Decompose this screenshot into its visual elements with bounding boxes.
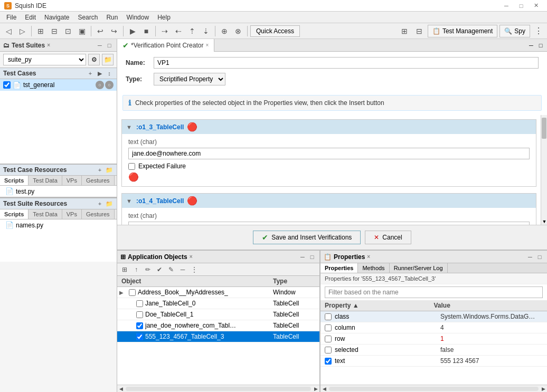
- ao-expand-0[interactable]: ▶: [119, 290, 127, 295]
- props-tab-properties[interactable]: Properties: [320, 263, 358, 273]
- menu-search[interactable]: Search: [73, 13, 102, 22]
- vp-creator-tab[interactable]: ✔ *Verification Point Creator ×: [117, 39, 214, 52]
- toolbar-btn-5[interactable]: ⊡: [62, 25, 74, 37]
- ao-maximize-btn[interactable]: □: [308, 253, 316, 261]
- ao-tb-edit-btn[interactable]: ✎: [166, 265, 176, 274]
- props-hscroll-track[interactable]: [329, 387, 539, 391]
- block2-remove-btn[interactable]: 🔴: [187, 196, 197, 206]
- toolbar-btn-6[interactable]: ▣: [76, 25, 88, 37]
- vp-scroll-thumb[interactable]: [542, 118, 546, 139]
- props-checkbox-selected[interactable]: [325, 347, 332, 353]
- props-row-class[interactable]: class System.Windows.Forms.DataG…: [320, 311, 547, 322]
- menu-window[interactable]: Window: [122, 13, 153, 22]
- block1-field-input[interactable]: [128, 148, 530, 159]
- props-row-selected[interactable]: selected false: [320, 345, 547, 356]
- toolbar-btn-12[interactable]: ⇣: [200, 25, 212, 37]
- ao-checkbox-1[interactable]: [136, 300, 143, 307]
- props-checkbox-column[interactable]: [325, 324, 332, 331]
- toolbar-btn-9[interactable]: ⇢: [158, 25, 171, 37]
- vp-content-area[interactable]: ▼ :o1_3_TableCell 🔴 text (char) Expected…: [117, 115, 541, 225]
- test-management-button[interactable]: 📋 Test Management: [428, 25, 497, 37]
- toolbar-btn-13[interactable]: ⊕: [218, 25, 231, 37]
- toolbar-btn-11[interactable]: ⇡: [186, 25, 199, 37]
- minimize-button[interactable]: ─: [499, 1, 513, 11]
- toolbar-btn-2[interactable]: ▷: [16, 25, 29, 37]
- ao-checkbox-3[interactable]: [136, 322, 143, 329]
- vp-right-scrollbar[interactable]: ▼: [541, 115, 547, 225]
- toolbar-btn-4[interactable]: ⊟: [48, 25, 61, 37]
- suite-tab-vps[interactable]: VPs: [62, 209, 82, 219]
- ao-row-2[interactable]: Doe_TableCell_1 TableCell: [117, 309, 319, 320]
- toolbar-extra-btn[interactable]: ⋮: [532, 25, 545, 37]
- ao-tb-up-btn[interactable]: ↑: [131, 265, 142, 274]
- block1-remove-btn[interactable]: 🔴: [187, 122, 197, 132]
- toolbar-btn-1[interactable]: ◁: [2, 25, 15, 37]
- toolbar-btn-8[interactable]: ↪: [108, 25, 120, 37]
- quick-access-button[interactable]: Quick Access: [250, 25, 300, 37]
- ao-row-4[interactable]: 555_123_4567_TableCell_3 TableCell: [117, 331, 319, 342]
- close-button[interactable]: ✕: [529, 1, 543, 11]
- ao-checkbox-2[interactable]: [136, 311, 143, 318]
- ao-hscrollbar[interactable]: ◀ ▶: [117, 385, 319, 392]
- maximize-button[interactable]: □: [514, 1, 528, 11]
- suite-add-btn[interactable]: 📁: [102, 54, 114, 65]
- props-row-column[interactable]: column 4: [320, 322, 547, 333]
- props-row-text[interactable]: text 555 123 4567: [320, 356, 547, 367]
- vp-name-input[interactable]: [154, 57, 539, 69]
- toolbar-btn-3[interactable]: ⊞: [34, 25, 47, 37]
- file-item[interactable]: 📄 test.py: [0, 186, 117, 197]
- etc-minimize[interactable]: ─: [527, 41, 535, 50]
- toolbar-run[interactable]: ▶: [126, 25, 139, 37]
- ao-tb-more-btn[interactable]: ⋮: [189, 265, 200, 274]
- vp-type-select[interactable]: Scriptified Property: [154, 73, 225, 85]
- toolbar-btn-14[interactable]: ⊗: [232, 25, 244, 37]
- props-hscroll-right[interactable]: ▶: [540, 385, 547, 393]
- toolbar-stop[interactable]: ■: [140, 25, 153, 37]
- ao-row-1[interactable]: Jane_TableCell_0 TableCell: [117, 298, 319, 309]
- tc-sort-btn[interactable]: ↕: [105, 69, 114, 78]
- ao-minimize-btn[interactable]: ─: [298, 253, 307, 261]
- suite-tab-scripts[interactable]: Scripts: [0, 209, 29, 219]
- maximize-panel-btn[interactable]: □: [105, 41, 114, 50]
- vp-tab-close[interactable]: ×: [205, 42, 209, 48]
- tab-scripts[interactable]: Scripts: [0, 176, 29, 185]
- tab-vps[interactable]: VPs: [62, 176, 82, 185]
- block1-collapse-arrow[interactable]: ▼: [126, 124, 132, 130]
- suite-tab-gestures[interactable]: Gestures: [82, 209, 115, 219]
- suite-file-item[interactable]: 📄 names.py: [0, 219, 117, 231]
- block2-field-input[interactable]: [128, 222, 530, 225]
- props-hscrollbar[interactable]: ◀ ▶: [320, 385, 547, 392]
- props-checkbox-class[interactable]: [325, 313, 332, 320]
- ao-hscroll-left[interactable]: ◀: [117, 385, 125, 393]
- cancel-button[interactable]: ✕ Cancel: [365, 231, 411, 244]
- props-tab-runner[interactable]: Runner/Server Log: [390, 263, 448, 273]
- tab-testdata[interactable]: Test Data: [29, 176, 62, 185]
- tc-run-btn-2[interactable]: ○: [105, 81, 114, 89]
- res-add-btn[interactable]: +: [96, 166, 104, 174]
- minimize-panel-btn[interactable]: ─: [96, 41, 104, 50]
- toolbar-btn-10[interactable]: ⇠: [172, 25, 185, 37]
- test-case-item[interactable]: 📄 tst_general ○ ○: [0, 79, 117, 91]
- tab-gestures[interactable]: Gestures: [82, 176, 115, 185]
- menu-edit[interactable]: Edit: [21, 13, 40, 22]
- toolbar-btn-7[interactable]: ↩: [94, 25, 107, 37]
- menu-run[interactable]: Run: [102, 13, 122, 22]
- suite-select[interactable]: suite_py: [3, 54, 86, 65]
- suite-tab-testdata[interactable]: Test Data: [29, 209, 62, 219]
- ao-hscroll-right[interactable]: ▶: [312, 385, 319, 393]
- ao-tb-spy-btn[interactable]: ⊞: [119, 265, 130, 274]
- ao-hscroll-track[interactable]: [126, 387, 311, 391]
- ao-tb-pick-btn[interactable]: ✏: [143, 265, 153, 274]
- toolbar-panel-btn-1[interactable]: ⊞: [398, 25, 411, 37]
- ao-row-0[interactable]: ▶ Address_Book__MyAddresses_ Window: [117, 287, 319, 298]
- menu-help[interactable]: Help: [153, 13, 175, 22]
- props-checkbox-row[interactable]: [325, 336, 332, 342]
- toolbar-panel-btn-2[interactable]: ⊟: [413, 25, 426, 37]
- tc-run-btn[interactable]: ▶: [96, 69, 104, 78]
- res-folder-btn[interactable]: 📁: [105, 166, 114, 174]
- block2-collapse-arrow[interactable]: ▼: [126, 198, 132, 204]
- suite-config-btn[interactable]: ⚙: [88, 54, 100, 65]
- tc-checkbox[interactable]: [3, 81, 11, 89]
- props-row-row[interactable]: row 1: [320, 333, 547, 345]
- suite-res-add-btn[interactable]: +: [96, 199, 104, 208]
